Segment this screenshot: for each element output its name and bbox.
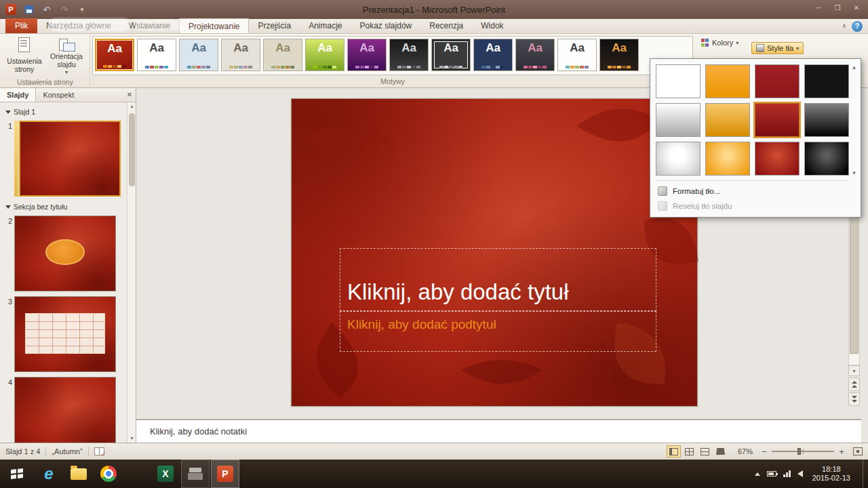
background-style-swatch-9[interactable] — [656, 142, 701, 176]
zoom-slider[interactable] — [772, 447, 834, 455]
scroll-up-icon[interactable]: ▲ — [127, 102, 136, 110]
background-style-swatch-10[interactable] — [705, 142, 750, 176]
panel-scrollbar[interactable]: ▲ ▼ — [127, 102, 136, 443]
scroll-down-icon[interactable]: ▼ — [852, 170, 857, 176]
previous-slide-button[interactable] — [848, 378, 860, 391]
slide-thumbnail-4[interactable] — [14, 377, 116, 443]
taskbar-app[interactable] — [181, 460, 210, 488]
powerpoint-app-icon[interactable]: P — [5, 4, 16, 15]
background-style-swatch-7[interactable] — [755, 103, 800, 137]
theme-thumbnail-3[interactable]: Aa — [179, 39, 218, 71]
network-icon[interactable] — [783, 470, 791, 477]
theme-thumbnail-11[interactable]: Aa — [515, 39, 555, 71]
collapse-ribbon-icon[interactable]: ∧ — [842, 22, 846, 29]
tab-slajdy[interactable]: Slajdy — [0, 88, 36, 102]
theme-thumbnail-8[interactable]: Aa — [389, 39, 429, 71]
redo-button[interactable]: ↷ — [58, 3, 71, 16]
close-button[interactable]: ✕ — [848, 2, 865, 14]
title-placeholder[interactable]: Kliknij, aby dodać tytuł — [340, 248, 656, 311]
background-style-swatch-12[interactable] — [804, 142, 849, 176]
slide-thumbnail-3[interactable] — [14, 296, 116, 372]
subtitle-placeholder[interactable]: Kliknij, aby dodać podtytuł — [340, 311, 656, 352]
background-styles-button[interactable]: Style tła ▾ — [751, 42, 804, 54]
restore-button[interactable]: ❐ — [829, 2, 846, 14]
taskbar-chrome[interactable] — [94, 460, 123, 488]
gallery-scrollbar[interactable]: ▲ ▼ — [850, 64, 859, 176]
slide-thumbnail-1[interactable] — [19, 121, 121, 197]
tab-plik[interactable]: Plik — [5, 18, 37, 33]
scroll-down-icon[interactable]: ▼ — [848, 365, 860, 376]
background-style-swatch-6[interactable] — [705, 103, 750, 137]
tab-projektowanie[interactable]: Projektowanie — [179, 18, 249, 33]
fit-to-window-button[interactable] — [853, 447, 863, 455]
background-style-swatch-5[interactable] — [656, 103, 701, 137]
slide-thumbnail-2[interactable] — [14, 216, 116, 291]
section-header[interactable]: Slajd 1 — [0, 106, 127, 117]
slide-canvas[interactable]: Kliknij, aby dodać tytuł Kliknij, aby do… — [291, 98, 698, 407]
slide-orientation-button[interactable]: Orientacja slajdu ▾ — [46, 36, 87, 77]
background-style-swatch-1[interactable] — [656, 64, 701, 98]
next-slide-button[interactable] — [848, 392, 860, 406]
qat-dropdown-button[interactable]: ▾ — [76, 3, 88, 16]
save-button[interactable] — [23, 3, 35, 16]
scroll-down-icon[interactable]: ▼ — [127, 434, 136, 443]
tab-konspekt[interactable]: Konspekt — [36, 88, 81, 102]
page-setup-button[interactable]: Ustawienia strony — [4, 36, 45, 77]
slide-thumbnail-row-1[interactable]: 1 — [0, 121, 127, 197]
taskbar-clock[interactable]: 18:18 2015-02-13 — [812, 465, 850, 483]
show-desktop-button[interactable] — [863, 460, 868, 488]
tab-pokaz-slajdów[interactable]: Pokaz slajdów — [351, 18, 421, 33]
theme-thumbnail-10[interactable]: Aa — [473, 39, 513, 71]
section-collapse-icon[interactable] — [5, 205, 11, 209]
taskbar-file-explorer[interactable] — [64, 460, 93, 488]
tab-widok[interactable]: Widok — [472, 18, 512, 33]
zoom-level[interactable]: 67% — [738, 447, 753, 455]
slide-sorter-view-button[interactable] — [682, 445, 696, 458]
format-background-item[interactable]: Formatuj tło... — [656, 184, 848, 199]
tab-przejścia[interactable]: Przejścia — [249, 18, 300, 33]
section-header[interactable]: Sekcja bez tytułu — [0, 201, 127, 212]
close-icon[interactable]: ✕ — [123, 88, 136, 102]
taskbar-internet-explorer[interactable]: e — [35, 460, 63, 488]
section-collapse-icon[interactable] — [5, 110, 11, 114]
theme-colors-button[interactable]: Kolory ▾ — [698, 37, 741, 48]
notes-pane[interactable]: Kliknij, aby dodać notatki — [136, 419, 861, 443]
start-button[interactable] — [0, 460, 34, 488]
background-style-swatch-4[interactable] — [804, 64, 849, 98]
hidden-icons-arrow[interactable] — [755, 472, 760, 476]
slide-thumbnail-row-2[interactable]: 2 — [0, 216, 127, 291]
slide-thumbnail-row-4[interactable]: 4 — [0, 377, 127, 443]
reading-view-button[interactable] — [698, 445, 712, 458]
background-style-swatch-11[interactable] — [755, 142, 800, 176]
theme-thumbnail-12[interactable]: Aa — [557, 39, 597, 71]
reset-background-item[interactable]: Resetuj tło slajdu — [656, 199, 848, 214]
spellcheck-icon[interactable] — [94, 447, 104, 455]
theme-thumbnail-1[interactable]: Aa — [95, 39, 134, 71]
zoom-out-button[interactable]: − — [760, 447, 769, 457]
scrollbar-thumb[interactable] — [129, 113, 135, 186]
tab-recenzja[interactable]: Recenzja — [420, 18, 472, 33]
normal-view-button[interactable] — [667, 445, 681, 458]
help-icon[interactable]: ? — [852, 21, 863, 32]
undo-button[interactable]: ↶ — [41, 3, 53, 16]
taskbar-excel[interactable]: X — [151, 460, 180, 488]
battery-icon[interactable] — [767, 471, 776, 476]
theme-thumbnail-4[interactable]: Aa — [221, 39, 260, 71]
minimize-button[interactable]: ─ — [810, 2, 827, 14]
slideshow-view-button[interactable] — [713, 445, 728, 458]
volume-icon[interactable] — [797, 470, 803, 477]
background-style-swatch-8[interactable] — [804, 103, 849, 137]
theme-thumbnail-5[interactable]: Aa — [263, 39, 302, 71]
background-style-swatch-3[interactable] — [755, 64, 800, 98]
tab-animacje[interactable]: Animacje — [300, 18, 351, 33]
taskbar-powerpoint[interactable]: P — [211, 460, 239, 488]
background-style-swatch-2[interactable] — [705, 64, 750, 98]
theme-thumbnail-2[interactable]: Aa — [137, 39, 176, 71]
theme-thumbnail-6[interactable]: Aa — [305, 39, 344, 71]
theme-thumbnail-13[interactable]: Aa — [599, 39, 639, 71]
zoom-slider-thumb[interactable] — [797, 448, 801, 455]
theme-thumbnail-7[interactable]: Aa — [347, 39, 387, 71]
theme-thumbnail-9[interactable]: Aa — [431, 39, 471, 71]
zoom-in-button[interactable]: + — [837, 447, 846, 457]
slide-thumbnail-row-3[interactable]: 3 — [0, 296, 127, 372]
